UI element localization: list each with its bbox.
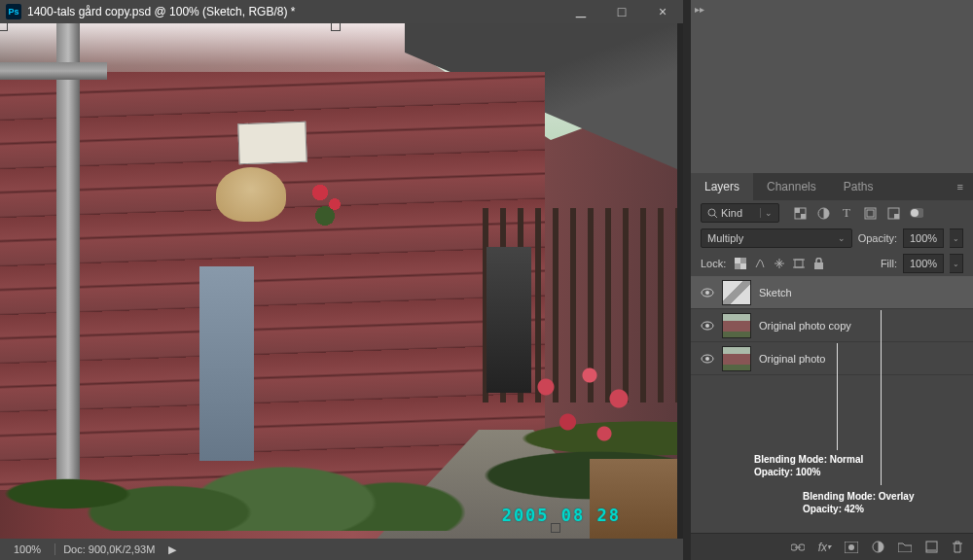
tab-paths[interactable]: Paths [830, 173, 887, 200]
blend-mode-dropdown[interactable]: Multiply⌄ [701, 228, 852, 248]
canvas-image[interactable]: 2005 08 28 [0, 23, 677, 539]
layer-thumbnail[interactable] [722, 346, 751, 371]
delete-layer-icon[interactable] [952, 541, 963, 553]
layer-name[interactable]: Original photo copy [759, 320, 851, 332]
filter-shape-icon[interactable] [863, 206, 877, 220]
document-titlebar: Ps 1400-tals gård copy.psd @ 100% (Sketc… [0, 0, 683, 23]
annotation-text: Blending Mode: NormalOpacity: 100% [754, 453, 863, 478]
svg-line-1 [714, 215, 717, 218]
svg-rect-13 [735, 258, 740, 263]
doc-info[interactable]: Doc: 900,0K/2,93M [54, 543, 162, 555]
lock-transparency-icon[interactable] [734, 257, 747, 270]
annotation-text: Blending Mode: OverlayOpacity: 42% [803, 490, 914, 515]
layer-thumbnail[interactable] [722, 313, 751, 338]
photoshop-icon: Ps [6, 4, 21, 19]
link-layers-icon[interactable] [791, 542, 805, 552]
visibility-toggle-icon[interactable] [701, 352, 714, 366]
filter-smartobject-icon[interactable] [886, 206, 900, 220]
svg-rect-15 [795, 260, 803, 267]
filter-toggle-icon[interactable] [910, 206, 923, 220]
layer-thumbnail[interactable] [722, 280, 751, 305]
transform-handle[interactable] [0, 23, 8, 31]
svg-point-29 [848, 544, 854, 550]
fill-label: Fill: [881, 258, 897, 269]
visibility-toggle-icon[interactable] [701, 319, 714, 332]
opacity-dropdown[interactable]: ⌄ [950, 228, 963, 248]
svg-point-11 [911, 209, 919, 217]
status-bar: 100% Doc: 900,0K/2,93M ▶ [0, 539, 683, 560]
layer-row[interactable]: Original photo copy [691, 309, 973, 342]
svg-rect-18 [814, 262, 823, 269]
lock-all-icon[interactable] [811, 257, 825, 270]
layer-filter-dropdown[interactable]: ⌄ [701, 203, 779, 223]
lock-pixels-icon[interactable] [753, 257, 767, 270]
layers-panel: Layers Channels Paths ≡ ⌄ T Multiply⌄ Op… [691, 173, 973, 560]
expand-arrow-icon[interactable]: ▸▸ [695, 4, 704, 15]
svg-rect-7 [867, 210, 874, 217]
layer-row[interactable]: Sketch [691, 276, 973, 309]
tab-channels[interactable]: Channels [753, 173, 830, 200]
search-icon [707, 208, 718, 219]
minimize-button[interactable]: _ [560, 0, 601, 23]
lock-position-icon[interactable] [773, 257, 786, 270]
svg-rect-9 [894, 214, 899, 219]
svg-rect-14 [740, 263, 746, 269]
filter-pixel-icon[interactable] [793, 206, 807, 220]
fill-value[interactable]: 100% [903, 254, 944, 273]
filter-kind-input[interactable] [721, 207, 760, 219]
filter-type-icon[interactable]: T [840, 206, 853, 220]
annotation-line [881, 310, 882, 485]
zoom-level[interactable]: 100% [0, 543, 54, 555]
layer-group-icon[interactable] [898, 542, 912, 552]
filter-adjustment-icon[interactable] [816, 206, 830, 220]
transform-handle[interactable] [331, 23, 341, 31]
lock-artboard-icon[interactable] [792, 257, 806, 270]
tab-layers[interactable]: Layers [691, 173, 753, 200]
visibility-toggle-icon[interactable] [701, 286, 714, 299]
opacity-value[interactable]: 100% [903, 228, 944, 248]
svg-point-20 [705, 291, 709, 295]
annotation-line [837, 343, 838, 450]
new-layer-icon[interactable] [925, 541, 938, 553]
transform-handle[interactable] [551, 523, 560, 533]
layer-row[interactable]: Original photo [691, 342, 973, 375]
fill-dropdown[interactable]: ⌄ [950, 254, 963, 273]
svg-point-22 [705, 324, 709, 328]
adjustment-layer-icon[interactable] [872, 541, 884, 553]
layer-effects-icon[interactable]: fx▾ [818, 541, 831, 554]
layer-mask-icon[interactable] [845, 542, 858, 553]
svg-point-24 [705, 357, 709, 361]
photo-datestamp: 2005 08 28 [502, 506, 621, 525]
statusbar-menu[interactable]: ▶ [162, 543, 182, 556]
canvas-area[interactable]: 2005 08 28 [0, 23, 683, 539]
maximize-button[interactable]: □ [601, 0, 642, 23]
layers-bottom-bar: fx▾ [691, 533, 973, 560]
svg-point-0 [708, 209, 715, 216]
lock-label: Lock: [701, 258, 726, 269]
layer-name[interactable]: Sketch [759, 287, 792, 298]
panel-menu-icon[interactable]: ≡ [948, 181, 973, 192]
close-button[interactable]: × [642, 0, 683, 23]
svg-rect-3 [795, 208, 800, 213]
document-title: 1400-tals gård copy.psd @ 100% (Sketch, … [27, 5, 295, 18]
layer-name[interactable]: Original photo [759, 353, 826, 365]
opacity-label: Opacity: [858, 232, 897, 244]
svg-rect-4 [801, 214, 806, 219]
collapsed-panel-area: ▸▸ [691, 0, 973, 173]
